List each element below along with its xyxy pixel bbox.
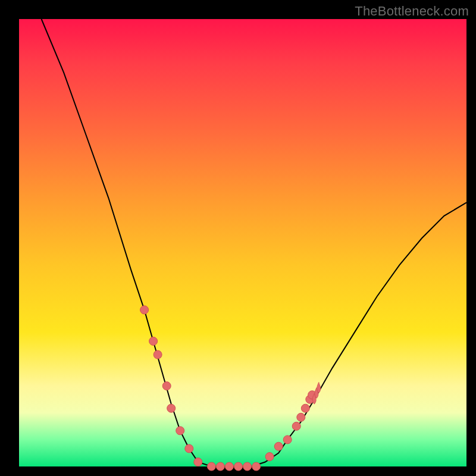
data-point	[265, 453, 274, 461]
data-point	[167, 404, 176, 412]
data-point	[140, 306, 149, 314]
markers-bottom-group	[207, 462, 260, 471]
data-point	[252, 462, 261, 471]
data-point	[292, 422, 300, 430]
data-point	[225, 462, 233, 471]
chart-frame: TheBottleneck.com	[0, 0, 476, 476]
data-point	[185, 444, 193, 453]
data-point	[149, 337, 158, 345]
curve-svg	[19, 19, 466, 466]
data-point	[154, 350, 162, 359]
plot-area	[19, 19, 466, 466]
flame-marker	[317, 382, 321, 393]
markers-right-group	[265, 391, 316, 461]
data-point	[283, 436, 292, 444]
bottleneck-curve	[42, 19, 466, 466]
data-point	[207, 462, 215, 471]
data-point	[301, 404, 309, 412]
data-point	[243, 462, 252, 471]
data-point	[176, 427, 184, 435]
data-point	[297, 413, 305, 421]
watermark-text: TheBottleneck.com	[355, 4, 469, 19]
data-point	[194, 458, 202, 466]
data-point	[216, 462, 224, 471]
data-point	[162, 382, 171, 390]
data-point	[274, 442, 283, 450]
data-point	[234, 462, 243, 471]
